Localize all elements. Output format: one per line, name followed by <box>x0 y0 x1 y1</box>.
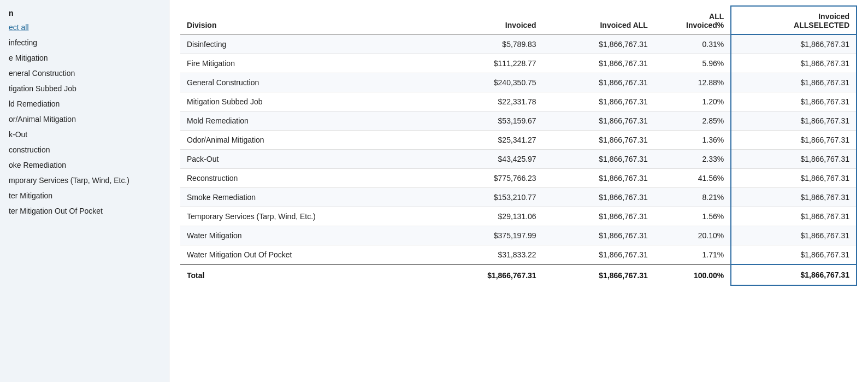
cell-all-pct: 0.31% <box>654 34 731 54</box>
cell-invoiced: $53,159.67 <box>431 111 542 131</box>
cell-invoiced-all: $1,866,767.31 <box>543 188 654 207</box>
cell-all-pct: 12.88% <box>654 73 731 92</box>
cell-invoiced-all: $1,866,767.31 <box>543 245 654 265</box>
table-container: Division Invoiced Invoiced ALL ALLInvoic… <box>169 0 868 302</box>
cell-selected: $1,866,767.31 <box>731 92 857 111</box>
cell-division: Reconstruction <box>180 169 431 188</box>
cell-invoiced: $5,789.83 <box>431 34 542 54</box>
col-header-all-pct: ALLInvoiced% <box>654 6 731 34</box>
cell-division: Mitigation Subbed Job <box>180 92 431 111</box>
cell-all-pct: 1.20% <box>654 92 731 111</box>
sidebar-item-pack-out[interactable]: k-Out <box>0 127 169 142</box>
sidebar-item-smoke-remediation[interactable]: oke Remediation <box>0 157 169 173</box>
table-row: Disinfecting$5,789.83$1,866,767.310.31%$… <box>180 34 857 54</box>
sidebar-item-temporary-services[interactable]: mporary Services (Tarp, Wind, Etc.) <box>0 173 169 188</box>
cell-all-pct: 41.56% <box>654 169 731 188</box>
report-table: Division Invoiced Invoiced ALL ALLInvoic… <box>180 5 857 286</box>
cell-all-pct: 8.21% <box>654 188 731 207</box>
table-row: Temporary Services (Tarp, Wind, Etc.)$29… <box>180 207 857 226</box>
cell-selected: $1,866,767.31 <box>731 207 857 226</box>
sidebar-item-water-mitigation-oop[interactable]: ter Mitigation Out Of Pocket <box>0 203 169 219</box>
table-row: Reconstruction$775,766.23$1,866,767.3141… <box>180 169 857 188</box>
cell-all-pct: 1.36% <box>654 131 731 150</box>
cell-division: Smoke Remediation <box>180 188 431 207</box>
col-header-invoiced: Invoiced <box>431 6 542 34</box>
cell-invoiced-all: $1,866,767.31 <box>543 207 654 226</box>
cell-invoiced: $111,228.77 <box>431 54 542 73</box>
cell-division: Mold Remediation <box>180 111 431 131</box>
cell-all-pct: 1.56% <box>654 207 731 226</box>
cell-invoiced: $31,833.22 <box>431 245 542 265</box>
sidebar-header: n <box>0 5 169 20</box>
cell-invoiced-all: $1,866,767.31 <box>543 111 654 131</box>
cell-invoiced-all: $1,866,767.31 <box>543 54 654 73</box>
cell-all-pct: 5.96% <box>654 54 731 73</box>
cell-all-pct: 1.71% <box>654 245 731 265</box>
cell-invoiced-all: $1,866,767.31 <box>543 169 654 188</box>
cell-invoiced-all: $1,866,767.31 <box>543 131 654 150</box>
cell-selected: $1,866,767.31 <box>731 131 857 150</box>
cell-invoiced: $153,210.77 <box>431 188 542 207</box>
cell-selected: $1,866,767.31 <box>731 188 857 207</box>
cell-selected: $1,866,767.31 <box>731 150 857 169</box>
sidebar-item-mold-remediation[interactable]: ld Remediation <box>0 96 169 111</box>
total-invoiced-all: $1,866,767.31 <box>543 265 654 285</box>
table-row: Water Mitigation Out Of Pocket$31,833.22… <box>180 245 857 265</box>
total-label: Total <box>180 265 431 285</box>
cell-invoiced-all: $1,866,767.31 <box>543 226 654 245</box>
sidebar-item-general-construction[interactable]: eneral Construction <box>0 66 169 81</box>
cell-selected: $1,866,767.31 <box>731 54 857 73</box>
col-header-invoiced-all: Invoiced ALL <box>543 6 654 34</box>
table-row: Mitigation Subbed Job$22,331.78$1,866,76… <box>180 92 857 111</box>
table-row: Water Mitigation$375,197.99$1,866,767.31… <box>180 226 857 245</box>
cell-selected: $1,866,767.31 <box>731 226 857 245</box>
cell-invoiced: $25,341.27 <box>431 131 542 150</box>
cell-division: Odor/Animal Mitigation <box>180 131 431 150</box>
cell-selected: $1,866,767.31 <box>731 73 857 92</box>
cell-division: Disinfecting <box>180 34 431 54</box>
cell-all-pct: 20.10% <box>654 226 731 245</box>
main-content: Division Invoiced Invoiced ALL ALLInvoic… <box>169 0 868 382</box>
cell-division: Water Mitigation Out Of Pocket <box>180 245 431 265</box>
cell-division: Pack-Out <box>180 150 431 169</box>
cell-invoiced-all: $1,866,767.31 <box>543 92 654 111</box>
sidebar-item-odor-animal-mitigation[interactable]: or/Animal Mitigation <box>0 111 169 127</box>
cell-invoiced: $22,331.78 <box>431 92 542 111</box>
cell-invoiced: $775,766.23 <box>431 169 542 188</box>
cell-invoiced: $43,425.97 <box>431 150 542 169</box>
table-row: Pack-Out$43,425.97$1,866,767.312.33%$1,8… <box>180 150 857 169</box>
cell-invoiced-all: $1,866,767.31 <box>543 150 654 169</box>
cell-division: General Construction <box>180 73 431 92</box>
cell-selected: $1,866,767.31 <box>731 34 857 54</box>
total-selected: $1,866,767.31 <box>731 265 857 285</box>
total-invoiced: $1,866,767.31 <box>431 265 542 285</box>
cell-division: Fire Mitigation <box>180 54 431 73</box>
total-all-pct: 100.00% <box>654 265 731 285</box>
total-row: Total $1,866,767.31 $1,866,767.31 100.00… <box>180 265 857 285</box>
cell-division: Water Mitigation <box>180 226 431 245</box>
cell-invoiced-all: $1,866,767.31 <box>543 34 654 54</box>
col-header-division: Division <box>180 6 431 34</box>
sidebar-item-reconstruction[interactable]: construction <box>0 142 169 157</box>
cell-selected: $1,866,767.31 <box>731 169 857 188</box>
sidebar-item-fire-mitigation[interactable]: e Mitigation <box>0 50 169 66</box>
cell-invoiced: $375,197.99 <box>431 226 542 245</box>
table-row: General Construction$240,350.75$1,866,76… <box>180 73 857 92</box>
sidebar-select-all[interactable]: ect all <box>0 20 169 35</box>
cell-selected: $1,866,767.31 <box>731 111 857 131</box>
cell-invoiced: $29,131.06 <box>431 207 542 226</box>
sidebar-item-disinfecting[interactable]: infecting <box>0 35 169 50</box>
cell-invoiced: $240,350.75 <box>431 73 542 92</box>
table-row: Smoke Remediation$153,210.77$1,866,767.3… <box>180 188 857 207</box>
table-row: Mold Remediation$53,159.67$1,866,767.312… <box>180 111 857 131</box>
sidebar-item-water-mitigation[interactable]: ter Mitigation <box>0 188 169 203</box>
table-row: Odor/Animal Mitigation$25,341.27$1,866,7… <box>180 131 857 150</box>
cell-invoiced-all: $1,866,767.31 <box>543 73 654 92</box>
cell-all-pct: 2.33% <box>654 150 731 169</box>
table-row: Fire Mitigation$111,228.77$1,866,767.315… <box>180 54 857 73</box>
col-header-selected: InvoicedALLSELECTED <box>731 6 857 34</box>
sidebar-item-mitigation-subbed-job[interactable]: tigation Subbed Job <box>0 81 169 96</box>
cell-selected: $1,866,767.31 <box>731 245 857 265</box>
cell-division: Temporary Services (Tarp, Wind, Etc.) <box>180 207 431 226</box>
sidebar: n ect all infecting e Mitigation eneral … <box>0 0 169 382</box>
